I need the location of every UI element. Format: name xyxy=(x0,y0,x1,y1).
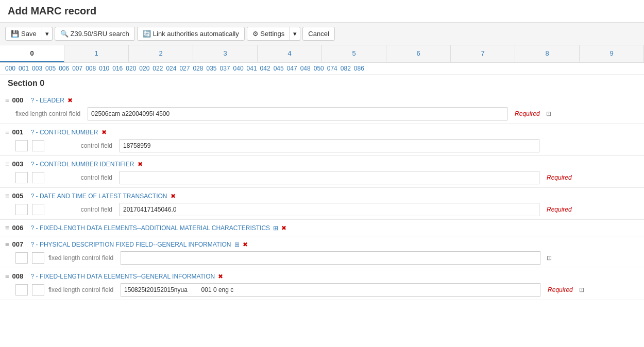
ind1-003[interactable] xyxy=(15,172,28,183)
save-dropdown-button[interactable]: ▾ xyxy=(42,27,53,41)
drag-handle-008[interactable]: ≡ xyxy=(5,272,9,280)
field-desc-001[interactable]: ? - CONTROL NUMBER xyxy=(31,129,98,136)
subfield-link-050-23[interactable]: 050 xyxy=(314,65,324,72)
save-icon: 💾 xyxy=(11,30,19,38)
tab-0[interactable]: 0 xyxy=(0,45,64,62)
delete-icon-007[interactable]: ✖ xyxy=(243,241,248,248)
field-input-003[interactable] xyxy=(120,171,539,184)
tab-3[interactable]: 3 xyxy=(193,45,258,62)
delete-icon-006[interactable]: ✖ xyxy=(281,224,286,232)
subfield-link-020-10[interactable]: 020 xyxy=(139,65,149,72)
ind2-007[interactable] xyxy=(32,252,44,264)
tab-5[interactable]: 5 xyxy=(322,45,386,62)
subfield-link-027-13[interactable]: 027 xyxy=(179,65,190,72)
field-label-005: control field xyxy=(48,206,115,213)
ind2-008[interactable] xyxy=(32,284,44,296)
field-desc-000[interactable]: ? - LEADER xyxy=(31,97,64,104)
field-row-003: control fieldRequired xyxy=(5,171,639,184)
delete-icon-000[interactable]: ✖ xyxy=(67,97,73,104)
field-desc-003[interactable]: ? - CONTROL NUMBER IDENTIFIER xyxy=(31,161,134,168)
tab-4[interactable]: 4 xyxy=(258,45,322,62)
subfield-link-016-8[interactable]: 016 xyxy=(112,65,123,72)
field-block-007: ≡007? - PHYSICAL DESCRIPTION FIXED FIELD… xyxy=(0,236,644,268)
subfield-link-022-11[interactable]: 022 xyxy=(152,65,163,72)
drag-handle-000[interactable]: ≡ xyxy=(5,96,9,104)
field-header-001: ≡001? - CONTROL NUMBER✖ xyxy=(5,127,639,137)
subfield-link-040-17[interactable]: 040 xyxy=(233,65,244,72)
subfield-link-041-18[interactable]: 041 xyxy=(247,65,257,72)
field-input-000[interactable] xyxy=(88,107,507,120)
ind1-008[interactable] xyxy=(15,284,28,296)
tab-8[interactable]: 8 xyxy=(515,45,580,62)
field-desc-007[interactable]: ? - PHYSICAL DESCRIPTION FIXED FIELD--GE… xyxy=(31,241,231,248)
save-button-group: 💾 Save ▾ xyxy=(5,27,53,41)
tab-7[interactable]: 7 xyxy=(451,45,515,62)
cancel-button[interactable]: Cancel xyxy=(302,27,334,41)
field-desc-006[interactable]: ? - FIXED-LENGTH DATA ELEMENTS--ADDITION… xyxy=(31,224,270,232)
ind2-001[interactable] xyxy=(32,140,44,151)
tabs-container: 0123456789 xyxy=(0,45,644,63)
required-label-003: Required xyxy=(547,174,572,181)
subfield-link-074-24[interactable]: 074 xyxy=(327,65,337,72)
delete-icon-005[interactable]: ✖ xyxy=(171,193,176,200)
field-input-001[interactable] xyxy=(120,139,539,152)
drag-handle-001[interactable]: ≡ xyxy=(5,128,9,136)
subfield-link-045-20[interactable]: 045 xyxy=(274,65,284,72)
subfield-link-000-0[interactable]: 000 xyxy=(5,65,15,72)
tab-1[interactable]: 1 xyxy=(64,45,129,62)
drag-handle-005[interactable]: ≡ xyxy=(5,192,9,200)
subfield-link-008-6[interactable]: 008 xyxy=(86,65,96,72)
field-label-001: control field xyxy=(48,142,115,149)
settings-dropdown-button[interactable]: ▾ xyxy=(290,27,300,41)
drag-handle-007[interactable]: ≡ xyxy=(5,240,9,248)
edit-icon-007[interactable]: ⊡ xyxy=(547,254,552,262)
edit-icon-008[interactable]: ⊡ xyxy=(579,286,584,293)
subfield-link-047-21[interactable]: 047 xyxy=(287,65,297,72)
subfield-link-042-19[interactable]: 042 xyxy=(260,65,270,72)
ind1-005[interactable] xyxy=(15,204,28,215)
subfield-link-001-1[interactable]: 001 xyxy=(19,65,29,72)
drag-handle-003[interactable]: ≡ xyxy=(5,160,9,168)
z3950-search-button[interactable]: 🔍 Z39.50/SRU search xyxy=(55,27,135,41)
field-tag-000: 000 xyxy=(12,96,28,104)
subfield-link-005-3[interactable]: 005 xyxy=(45,65,56,72)
subfield-link-082-25[interactable]: 082 xyxy=(341,65,351,72)
tab-6[interactable]: 6 xyxy=(386,45,451,62)
field-desc-005[interactable]: ? - DATE AND TIME OF LATEST TRANSACTION xyxy=(31,193,167,200)
subfield-link-048-22[interactable]: 048 xyxy=(300,65,311,72)
subfield-link-086-26[interactable]: 086 xyxy=(354,65,364,72)
expand-icon-006[interactable]: ⊞ xyxy=(273,224,278,232)
subfield-link-007-5[interactable]: 007 xyxy=(72,65,82,72)
ind2-003[interactable] xyxy=(32,172,44,183)
ind1-001[interactable] xyxy=(15,140,28,151)
delete-icon-008[interactable]: ✖ xyxy=(218,273,223,280)
subfield-link-024-12[interactable]: 024 xyxy=(166,65,176,72)
ind2-005[interactable] xyxy=(32,204,44,215)
field-desc-008[interactable]: ? - FIXED-LENGTH DATA ELEMENTS--GENERAL … xyxy=(31,273,215,280)
ind1-007[interactable] xyxy=(15,252,28,264)
edit-icon-000[interactable]: ⊡ xyxy=(546,110,551,117)
subfield-link-003-2[interactable]: 003 xyxy=(32,65,42,72)
subfield-link-006-4[interactable]: 006 xyxy=(59,65,69,72)
delete-icon-001[interactable]: ✖ xyxy=(101,129,107,136)
field-header-005: ≡005? - DATE AND TIME OF LATEST TRANSACT… xyxy=(5,191,639,201)
drag-handle-006[interactable]: ≡ xyxy=(5,224,9,232)
field-tag-005: 005 xyxy=(12,192,28,200)
subfield-link-037-16[interactable]: 037 xyxy=(220,65,230,72)
save-button[interactable]: 💾 Save xyxy=(5,27,42,41)
subfield-link-035-15[interactable]: 035 xyxy=(206,65,216,72)
settings-button[interactable]: ⚙ Settings xyxy=(247,27,291,41)
expand-icon-007[interactable]: ⊞ xyxy=(234,241,240,248)
tab-9[interactable]: 9 xyxy=(580,45,644,62)
link-authorities-button[interactable]: 🔄 Link authorities automatically xyxy=(137,27,245,41)
subfield-link-010-7[interactable]: 010 xyxy=(99,65,109,72)
field-input-005[interactable] xyxy=(120,203,539,216)
field-input-007[interactable] xyxy=(121,251,540,265)
field-input-008[interactable] xyxy=(121,283,540,297)
field-row-008: fixed length control fieldRequired⊡ xyxy=(5,283,639,297)
field-header-006: ≡006? - FIXED-LENGTH DATA ELEMENTS--ADDI… xyxy=(5,223,639,233)
tab-2[interactable]: 2 xyxy=(129,45,193,62)
subfield-link-028-14[interactable]: 028 xyxy=(193,65,203,72)
subfield-link-020-9[interactable]: 020 xyxy=(126,65,136,72)
delete-icon-003[interactable]: ✖ xyxy=(138,161,143,168)
